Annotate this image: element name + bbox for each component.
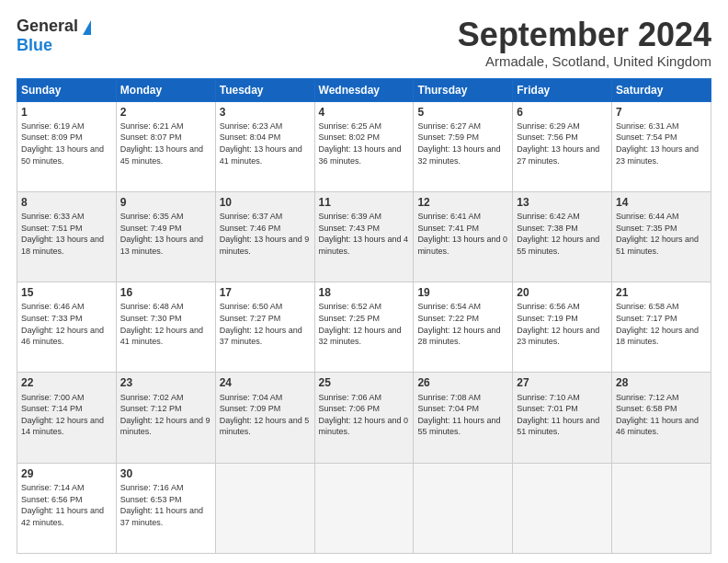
day-info: Sunrise: 6:29 AMSunset: 7:56 PMDaylight:… bbox=[517, 121, 608, 167]
day-cell: 1Sunrise: 6:19 AMSunset: 8:09 PMDaylight… bbox=[17, 101, 117, 191]
day-info: Sunrise: 6:48 AMSunset: 7:30 PMDaylight:… bbox=[120, 301, 211, 347]
day-info: Sunrise: 7:10 AMSunset: 7:01 PMDaylight:… bbox=[517, 392, 608, 438]
day-number: 13 bbox=[517, 195, 608, 210]
day-cell: 7Sunrise: 6:31 AMSunset: 7:54 PMDaylight… bbox=[612, 101, 711, 191]
day-cell bbox=[612, 463, 711, 553]
day-number: 18 bbox=[319, 285, 410, 300]
day-info: Sunrise: 7:08 AMSunset: 7:04 PMDaylight:… bbox=[417, 392, 508, 438]
day-number: 19 bbox=[417, 285, 508, 300]
day-info: Sunrise: 6:52 AMSunset: 7:25 PMDaylight:… bbox=[319, 301, 410, 347]
day-cell: 6Sunrise: 6:29 AMSunset: 7:56 PMDaylight… bbox=[513, 101, 612, 191]
col-friday: Friday bbox=[513, 78, 612, 101]
col-saturday: Saturday bbox=[612, 78, 711, 101]
week-row-2: 8Sunrise: 6:33 AMSunset: 7:51 PMDaylight… bbox=[17, 191, 711, 282]
day-number: 23 bbox=[120, 375, 211, 390]
day-info: Sunrise: 6:58 AMSunset: 7:17 PMDaylight:… bbox=[616, 301, 707, 347]
day-number: 8 bbox=[21, 195, 112, 210]
day-info: Sunrise: 6:50 AMSunset: 7:27 PMDaylight:… bbox=[220, 301, 311, 347]
day-number: 6 bbox=[517, 105, 608, 120]
day-cell: 18Sunrise: 6:52 AMSunset: 7:25 PMDayligh… bbox=[314, 282, 414, 373]
day-number: 15 bbox=[21, 285, 112, 300]
day-number: 5 bbox=[417, 105, 508, 120]
day-info: Sunrise: 7:00 AMSunset: 7:14 PMDaylight:… bbox=[21, 392, 112, 438]
col-thursday: Thursday bbox=[414, 78, 513, 101]
day-info: Sunrise: 6:46 AMSunset: 7:33 PMDaylight:… bbox=[21, 301, 112, 347]
day-number: 1 bbox=[21, 105, 112, 120]
day-cell: 14Sunrise: 6:44 AMSunset: 7:35 PMDayligh… bbox=[612, 191, 711, 282]
day-cell: 11Sunrise: 6:39 AMSunset: 7:43 PMDayligh… bbox=[314, 191, 414, 282]
day-info: Sunrise: 6:42 AMSunset: 7:38 PMDaylight:… bbox=[517, 211, 608, 257]
col-monday: Monday bbox=[116, 78, 215, 101]
day-info: Sunrise: 7:04 AMSunset: 7:09 PMDaylight:… bbox=[220, 392, 311, 438]
day-info: Sunrise: 7:14 AMSunset: 6:56 PMDaylight:… bbox=[21, 482, 112, 528]
day-info: Sunrise: 6:23 AMSunset: 8:04 PMDaylight:… bbox=[220, 121, 311, 167]
day-number: 20 bbox=[517, 285, 608, 300]
week-row-1: 1Sunrise: 6:19 AMSunset: 8:09 PMDaylight… bbox=[17, 101, 711, 191]
day-cell: 23Sunrise: 7:02 AMSunset: 7:12 PMDayligh… bbox=[116, 373, 215, 463]
day-cell: 12Sunrise: 6:41 AMSunset: 7:41 PMDayligh… bbox=[414, 191, 513, 282]
day-number: 12 bbox=[417, 195, 508, 210]
location-title: Armadale, Scotland, United Kingdom bbox=[458, 53, 711, 69]
day-cell: 25Sunrise: 7:06 AMSunset: 7:06 PMDayligh… bbox=[314, 373, 414, 463]
day-number: 25 bbox=[319, 375, 410, 390]
day-number: 29 bbox=[21, 466, 112, 481]
day-number: 7 bbox=[616, 105, 707, 120]
title-block: September 2024 Armadale, Scotland, Unite… bbox=[458, 17, 711, 69]
day-info: Sunrise: 6:21 AMSunset: 8:07 PMDaylight:… bbox=[120, 121, 211, 167]
day-cell: 16Sunrise: 6:48 AMSunset: 7:30 PMDayligh… bbox=[116, 282, 215, 373]
day-cell: 20Sunrise: 6:56 AMSunset: 7:19 PMDayligh… bbox=[513, 282, 612, 373]
day-number: 3 bbox=[220, 105, 311, 120]
page: General Blue September 2024 Armadale, Sc… bbox=[0, 0, 728, 563]
day-number: 17 bbox=[220, 285, 311, 300]
week-row-3: 15Sunrise: 6:46 AMSunset: 7:33 PMDayligh… bbox=[17, 282, 711, 373]
day-info: Sunrise: 6:25 AMSunset: 8:02 PMDaylight:… bbox=[319, 121, 410, 167]
day-cell: 19Sunrise: 6:54 AMSunset: 7:22 PMDayligh… bbox=[414, 282, 513, 373]
day-cell: 29Sunrise: 7:14 AMSunset: 6:56 PMDayligh… bbox=[17, 463, 117, 553]
day-number: 9 bbox=[120, 195, 211, 210]
day-number: 22 bbox=[21, 375, 112, 390]
week-row-4: 22Sunrise: 7:00 AMSunset: 7:14 PMDayligh… bbox=[17, 373, 711, 463]
day-info: Sunrise: 7:06 AMSunset: 7:06 PMDaylight:… bbox=[319, 392, 410, 438]
logo: General Blue bbox=[17, 17, 91, 55]
day-cell bbox=[513, 463, 612, 553]
day-info: Sunrise: 7:12 AMSunset: 6:58 PMDaylight:… bbox=[616, 392, 707, 438]
day-cell: 4Sunrise: 6:25 AMSunset: 8:02 PMDaylight… bbox=[314, 101, 414, 191]
col-wednesday: Wednesday bbox=[314, 78, 414, 101]
day-number: 21 bbox=[616, 285, 707, 300]
day-number: 4 bbox=[319, 105, 410, 120]
day-cell: 3Sunrise: 6:23 AMSunset: 8:04 PMDaylight… bbox=[215, 101, 314, 191]
day-cell: 13Sunrise: 6:42 AMSunset: 7:38 PMDayligh… bbox=[513, 191, 612, 282]
day-info: Sunrise: 6:19 AMSunset: 8:09 PMDaylight:… bbox=[21, 121, 112, 167]
day-info: Sunrise: 6:27 AMSunset: 7:59 PMDaylight:… bbox=[417, 121, 508, 167]
day-info: Sunrise: 6:41 AMSunset: 7:41 PMDaylight:… bbox=[417, 211, 508, 257]
col-tuesday: Tuesday bbox=[215, 78, 314, 101]
day-info: Sunrise: 6:37 AMSunset: 7:46 PMDaylight:… bbox=[220, 211, 311, 257]
day-number: 10 bbox=[220, 195, 311, 210]
day-info: Sunrise: 6:31 AMSunset: 7:54 PMDaylight:… bbox=[616, 121, 707, 167]
day-cell: 9Sunrise: 6:35 AMSunset: 7:49 PMDaylight… bbox=[116, 191, 215, 282]
day-number: 2 bbox=[120, 105, 211, 120]
day-cell: 15Sunrise: 6:46 AMSunset: 7:33 PMDayligh… bbox=[17, 282, 117, 373]
day-number: 14 bbox=[616, 195, 707, 210]
day-number: 30 bbox=[120, 466, 211, 481]
week-row-5: 29Sunrise: 7:14 AMSunset: 6:56 PMDayligh… bbox=[17, 463, 711, 553]
day-cell: 26Sunrise: 7:08 AMSunset: 7:04 PMDayligh… bbox=[414, 373, 513, 463]
day-info: Sunrise: 6:35 AMSunset: 7:49 PMDaylight:… bbox=[120, 211, 211, 257]
day-info: Sunrise: 7:16 AMSunset: 6:53 PMDaylight:… bbox=[120, 482, 211, 528]
day-cell: 27Sunrise: 7:10 AMSunset: 7:01 PMDayligh… bbox=[513, 373, 612, 463]
day-info: Sunrise: 6:54 AMSunset: 7:22 PMDaylight:… bbox=[417, 301, 508, 347]
day-info: Sunrise: 7:02 AMSunset: 7:12 PMDaylight:… bbox=[120, 392, 211, 438]
day-cell: 8Sunrise: 6:33 AMSunset: 7:51 PMDaylight… bbox=[17, 191, 117, 282]
day-info: Sunrise: 6:33 AMSunset: 7:51 PMDaylight:… bbox=[21, 211, 112, 257]
day-cell bbox=[314, 463, 414, 553]
day-number: 16 bbox=[120, 285, 211, 300]
calendar-header-row: Sunday Monday Tuesday Wednesday Thursday… bbox=[17, 78, 711, 101]
day-info: Sunrise: 6:56 AMSunset: 7:19 PMDaylight:… bbox=[517, 301, 608, 347]
header: General Blue September 2024 Armadale, Sc… bbox=[17, 17, 711, 69]
day-number: 27 bbox=[517, 375, 608, 390]
day-number: 28 bbox=[616, 375, 707, 390]
day-cell: 5Sunrise: 6:27 AMSunset: 7:59 PMDaylight… bbox=[414, 101, 513, 191]
day-cell: 22Sunrise: 7:00 AMSunset: 7:14 PMDayligh… bbox=[17, 373, 117, 463]
day-cell: 17Sunrise: 6:50 AMSunset: 7:27 PMDayligh… bbox=[215, 282, 314, 373]
day-cell: 21Sunrise: 6:58 AMSunset: 7:17 PMDayligh… bbox=[612, 282, 711, 373]
